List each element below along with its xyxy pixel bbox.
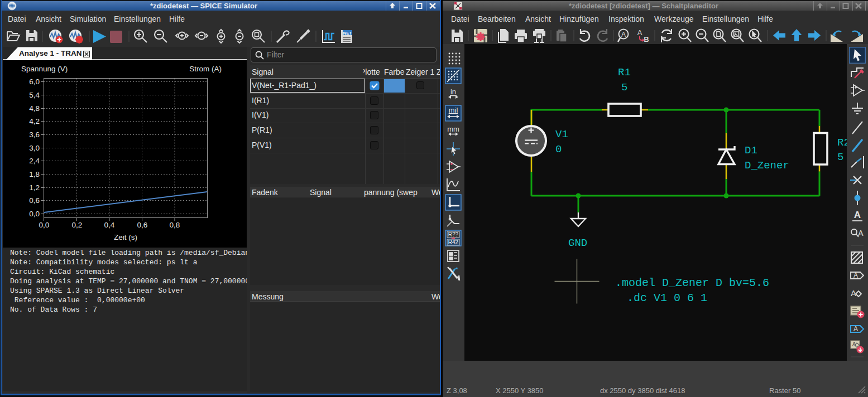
svg-text:4,8: 4,8	[29, 104, 40, 113]
svg-text:0,8: 0,8	[170, 221, 180, 229]
svg-text:D1: D1	[745, 144, 757, 157]
svg-text:5: 5	[621, 81, 627, 94]
svg-text:Zeit (s): Zeit (s)	[114, 233, 137, 241]
svg-text:0,2: 0,2	[72, 221, 83, 229]
svg-text:1,2: 1,2	[29, 183, 40, 192]
svg-text:in: in	[450, 88, 456, 96]
svg-text:A: A	[853, 272, 858, 279]
svg-text:5: 5	[837, 151, 843, 163]
svg-text:.model D_Zener D bv=5.6: .model D_Zener D bv=5.6	[615, 277, 769, 289]
svg-text:3,6: 3,6	[29, 130, 40, 139]
svg-text:B: B	[644, 35, 649, 43]
svg-text:5,4: 5,4	[29, 91, 40, 99]
svg-text:Spannung (V): Spannung (V)	[21, 65, 68, 73]
svg-text:A: A	[858, 229, 864, 238]
svg-text:6,0: 6,0	[29, 78, 40, 86]
svg-text:4,2: 4,2	[29, 117, 40, 125]
svg-text:.dc V1 0 6 1: .dc V1 0 6 1	[627, 292, 707, 304]
svg-text:1,8: 1,8	[29, 170, 40, 178]
svg-text:V1: V1	[555, 128, 568, 141]
svg-text:0,6: 0,6	[29, 196, 40, 205]
svg-text:0,6: 0,6	[137, 221, 148, 229]
svg-text:R2: R2	[837, 137, 847, 149]
svg-text:0,4: 0,4	[104, 221, 115, 229]
svg-text:R42: R42	[448, 239, 459, 245]
svg-text:NET: NET	[343, 31, 352, 36]
svg-text:3,0: 3,0	[29, 144, 40, 152]
svg-text:GND: GND	[568, 237, 587, 249]
svg-text:R??: R??	[448, 231, 459, 238]
svg-text:R1: R1	[618, 66, 631, 79]
svg-text:0: 0	[555, 143, 562, 156]
svg-text:0,0: 0,0	[29, 210, 40, 218]
svg-text:A: A	[854, 210, 861, 220]
svg-text:mm: mm	[447, 125, 459, 133]
svg-text:0,0: 0,0	[39, 221, 50, 229]
svg-text:A: A	[853, 325, 858, 333]
svg-text:A: A	[637, 28, 642, 37]
svg-text:D_Zener: D_Zener	[745, 159, 789, 172]
svg-text:A: A	[621, 31, 626, 38]
svg-text:mil: mil	[449, 106, 458, 114]
svg-text:Strom (A): Strom (A)	[189, 65, 222, 73]
svg-text:2,4: 2,4	[29, 157, 40, 165]
